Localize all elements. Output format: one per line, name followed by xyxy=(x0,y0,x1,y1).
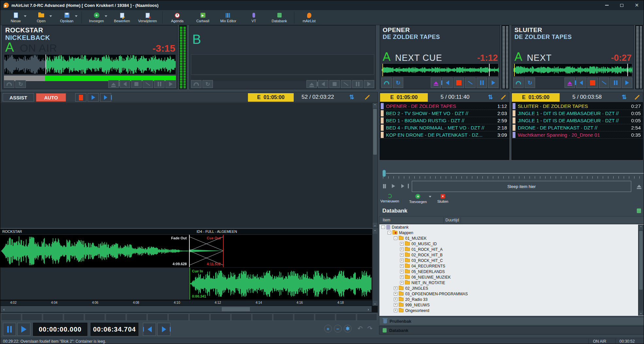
cart-slot[interactable] xyxy=(252,314,272,321)
hook-button[interactable] xyxy=(4,80,14,88)
tree-expander[interactable]: - xyxy=(381,225,385,229)
tree-expander[interactable]: + xyxy=(394,303,397,307)
scroll-left-icon[interactable]: ‹ xyxy=(1,307,7,312)
loop-button[interactable]: ↻ xyxy=(202,80,213,88)
cart-slot[interactable] xyxy=(127,314,147,321)
scroll-up-icon[interactable]: ⌃ xyxy=(638,225,643,230)
cue-out-marker-line[interactable] xyxy=(223,235,224,267)
editor-track-2[interactable]: Cue In 0:00.341 xyxy=(0,268,372,300)
toolbar-edit[interactable]: Bewerken xyxy=(109,10,135,25)
undo-icon[interactable]: ↶ xyxy=(357,325,363,332)
playlist-row[interactable]: JINGLE 1 - DIT IS DE AMBASADEUR · DZT //… xyxy=(512,110,643,117)
tree-row[interactable]: + 01_ROCK_HIT_A xyxy=(379,247,644,252)
cart-slot[interactable] xyxy=(85,314,105,321)
tree-row[interactable]: + 02_JINGLES xyxy=(379,285,644,291)
tree-expander[interactable]: - xyxy=(388,231,391,234)
tree-expander[interactable]: + xyxy=(400,270,404,273)
cart-slot[interactable] xyxy=(22,314,42,321)
tree-expander[interactable]: + xyxy=(400,242,404,246)
toolbar-vt[interactable]: VT xyxy=(241,10,267,25)
tree-row[interactable]: + 20_Radio 33 xyxy=(379,297,644,302)
tree-expander[interactable]: + xyxy=(400,281,404,284)
eject-button[interactable] xyxy=(306,80,317,88)
hook-button[interactable] xyxy=(191,80,201,88)
cart-slot[interactable] xyxy=(336,314,356,321)
chevron-down-icon[interactable] xyxy=(429,196,431,198)
toolbar-agenda[interactable]: Agenda xyxy=(165,10,190,25)
pause-button[interactable] xyxy=(380,182,388,190)
tree-row[interactable]: + Ongesorteerd xyxy=(379,308,644,313)
maximize-button[interactable] xyxy=(614,0,629,10)
cart-slot[interactable] xyxy=(231,314,252,321)
play-button[interactable] xyxy=(88,93,99,102)
zoom-in-button[interactable]: + xyxy=(324,325,332,333)
tree-row[interactable]: - Mappen xyxy=(379,230,644,235)
cart-slot[interactable] xyxy=(357,314,377,321)
chevron-down-icon[interactable] xyxy=(75,15,78,17)
tree-row[interactable]: + 04_RECURRENTS xyxy=(379,263,644,269)
pause-button[interactable] xyxy=(610,77,621,88)
scrollbar-thumb[interactable] xyxy=(373,109,377,155)
eject-button[interactable] xyxy=(108,80,119,88)
playlist-scrollbar[interactable]: ⌃ ⌄ xyxy=(372,103,378,228)
editor-vertical-scrollbar[interactable]: ⌃ ⌄ xyxy=(372,229,378,306)
scroll-down-icon[interactable]: ⌄ xyxy=(373,301,377,306)
stop-button[interactable] xyxy=(454,77,464,88)
scroll-up-icon[interactable]: ⌃ xyxy=(373,229,377,234)
fade-out-marker-line[interactable] xyxy=(189,235,190,267)
tree-expander[interactable]: + xyxy=(394,309,397,312)
playlist-row[interactable]: OPENER · DE ZOLDER TAPES 1:12 xyxy=(380,103,509,110)
scroll-up-icon[interactable]: ⌃ xyxy=(373,103,377,108)
playlist-row[interactable]: BED 1 - BIGBAND RUSTIG · DZT // 2:59 xyxy=(380,117,509,124)
zoom-fit-button[interactable]: ✱ xyxy=(344,325,352,333)
cart-slot[interactable] xyxy=(168,314,189,321)
fade-button[interactable] xyxy=(465,77,476,88)
pause-button[interactable] xyxy=(3,323,16,336)
tree-row[interactable]: + 00_MUSIC_ID xyxy=(379,241,644,247)
tree-expander[interactable]: + xyxy=(394,298,397,301)
playlist-row[interactable]: Wachtkamer Spanning · 20_Drone 01 0:35 xyxy=(512,131,643,139)
hook-button[interactable] xyxy=(381,77,392,88)
stop-button[interactable] xyxy=(587,77,598,88)
cart-slot[interactable] xyxy=(294,314,314,321)
tree-row[interactable]: + 02_ROCK_HIT_B xyxy=(379,252,644,258)
previous-button[interactable] xyxy=(442,77,453,88)
toolbar-databank[interactable]: Databank xyxy=(267,10,292,25)
eject-button[interactable] xyxy=(635,182,643,190)
opener-waveform[interactable] xyxy=(381,63,498,77)
slider-thumb[interactable] xyxy=(382,170,386,177)
sort-icon[interactable]: ⇅ xyxy=(488,94,493,101)
play-button[interactable] xyxy=(165,80,176,88)
skip-next-button[interactable] xyxy=(100,93,111,102)
pause-button[interactable] xyxy=(477,77,487,88)
scrollbar-thumb[interactable] xyxy=(639,231,643,290)
edit-pencil-icon[interactable] xyxy=(501,95,506,100)
title-bar[interactable]: mAirList 7.0-RC Advanced (Home) [ Coen K… xyxy=(0,0,644,10)
cart-slot[interactable] xyxy=(1,314,21,321)
skip-start-button[interactable] xyxy=(143,323,156,336)
playlist-row[interactable]: JINGLE 1 - DIT IS DE AMBASADEUR · DZT //… xyxy=(512,117,643,124)
tree-row[interactable]: + 05_NEDERLANDS xyxy=(379,269,644,274)
play-button[interactable] xyxy=(364,80,374,88)
playlist-row[interactable]: KOP EN DRONE - DE PLATENKAST · DZ... 3:0… xyxy=(380,131,509,139)
cart-slot[interactable] xyxy=(64,314,84,321)
tree-scrollbar[interactable]: ⌃ ⌄ xyxy=(638,225,644,316)
cart-slot[interactable] xyxy=(189,314,210,321)
chevron-down-icon[interactable] xyxy=(24,15,26,17)
play-button[interactable] xyxy=(17,323,30,336)
scroll-right-icon[interactable]: › xyxy=(366,307,371,312)
loop-button[interactable]: ↻ xyxy=(525,77,535,88)
loop-button[interactable]: ↻ xyxy=(15,80,26,88)
pause-button[interactable] xyxy=(352,80,363,88)
cart-slot[interactable] xyxy=(210,314,231,321)
tree-expander[interactable]: + xyxy=(400,248,404,251)
toolbar-open[interactable]: Open xyxy=(28,10,54,25)
toolbar-insert[interactable]: +Invoegen xyxy=(84,10,109,25)
sort-icon[interactable]: ⇅ xyxy=(349,94,354,101)
eject-button[interactable] xyxy=(431,77,441,88)
playlist-row[interactable]: SLUITER · DE ZOLDER TAPES 0:27 xyxy=(512,103,643,110)
fade-button[interactable] xyxy=(143,80,153,88)
cart-slot[interactable] xyxy=(273,314,293,321)
skip-end-button[interactable] xyxy=(157,323,170,336)
assist-button[interactable]: ASSIST xyxy=(3,93,34,102)
